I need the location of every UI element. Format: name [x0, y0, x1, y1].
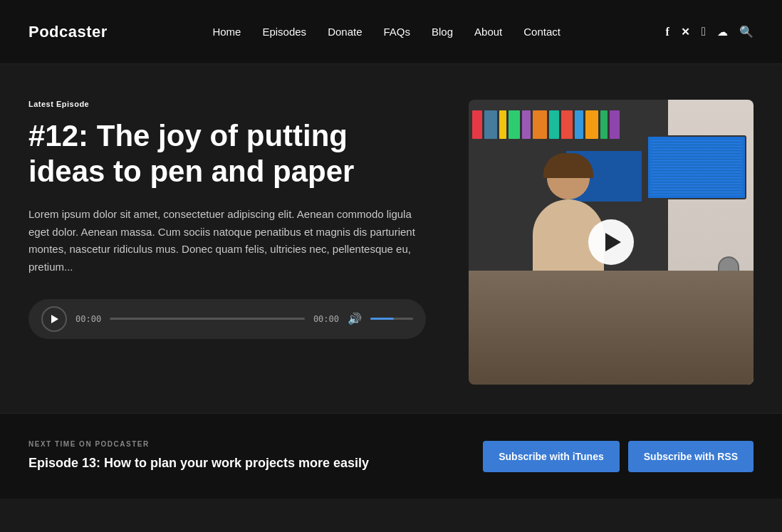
twitter-x-icon[interactable]: ✕	[681, 26, 690, 38]
microphone	[718, 256, 739, 313]
play-button[interactable]	[41, 306, 67, 332]
next-episode-label: NEXT TIME ON PODCASTER	[28, 440, 483, 448]
person-head	[547, 157, 590, 199]
nav-contact[interactable]: Contact	[523, 26, 561, 38]
progress-bar[interactable]	[110, 318, 305, 320]
person-hair	[543, 153, 593, 178]
nav-blog[interactable]: Blog	[432, 26, 453, 38]
facebook-icon[interactable]: f	[665, 26, 669, 38]
book	[561, 110, 573, 139]
nav-home[interactable]: Home	[212, 26, 241, 38]
latest-episode-label: Latest Episode	[28, 100, 426, 108]
subscribe-rss-button[interactable]: Subscribe with RSS	[628, 441, 754, 472]
studio-scene	[469, 100, 754, 385]
site-logo[interactable]: Podcaster	[28, 23, 108, 41]
header-social-icons: f ✕  ☁ 🔍	[665, 25, 754, 39]
apple-icon[interactable]: 	[702, 25, 706, 39]
book	[509, 110, 520, 139]
hero-image	[469, 100, 754, 385]
video-play-button[interactable]	[588, 219, 634, 265]
volume-fill	[370, 318, 394, 320]
book	[533, 110, 547, 139]
nav-episodes[interactable]: Episodes	[262, 26, 306, 38]
subscribe-buttons: Subscribe with iTunes Subscribe with RSS	[483, 441, 754, 472]
audio-player: 00:00 00:00 🔊	[28, 299, 426, 339]
episode-description: Lorem ipsum dolor sit amet, consectetuer…	[28, 206, 426, 276]
next-episode: NEXT TIME ON PODCASTER Episode 13: How t…	[28, 440, 483, 471]
book	[499, 110, 506, 139]
book	[600, 110, 608, 139]
nav-about[interactable]: About	[474, 26, 502, 38]
book	[585, 110, 598, 139]
mic-head	[718, 256, 739, 288]
time-end: 00:00	[313, 314, 339, 324]
bookshelf	[469, 107, 668, 142]
nav-donate[interactable]: Donate	[328, 26, 362, 38]
episode-title: #12: The joy of putting ideas to pen and…	[28, 118, 426, 190]
mic-stand	[727, 288, 730, 313]
book	[522, 110, 531, 139]
book	[484, 110, 497, 139]
book	[549, 110, 559, 139]
header: Podcaster Home Episodes Donate FAQs Blog…	[0, 0, 782, 64]
volume-icon[interactable]: 🔊	[348, 312, 362, 325]
monitor-left	[647, 135, 746, 199]
subscribe-itunes-button[interactable]: Subscribe with iTunes	[483, 441, 620, 472]
bottom-bar: NEXT TIME ON PODCASTER Episode 13: How t…	[0, 413, 782, 499]
main-nav: Home Episodes Donate FAQs Blog About Con…	[212, 26, 561, 38]
time-current: 00:00	[75, 314, 101, 324]
volume-bar[interactable]	[370, 318, 413, 320]
book	[472, 110, 482, 139]
hero-content: Latest Episode #12: The joy of putting i…	[28, 100, 426, 339]
hero-section: Latest Episode #12: The joy of putting i…	[0, 64, 782, 413]
search-icon[interactable]: 🔍	[739, 25, 754, 38]
nav-faqs[interactable]: FAQs	[384, 26, 411, 38]
book	[575, 110, 583, 139]
next-episode-title: Episode 13: How to plan your work projec…	[28, 455, 483, 471]
soundcloud-icon[interactable]: ☁	[717, 26, 728, 38]
book	[610, 110, 620, 139]
